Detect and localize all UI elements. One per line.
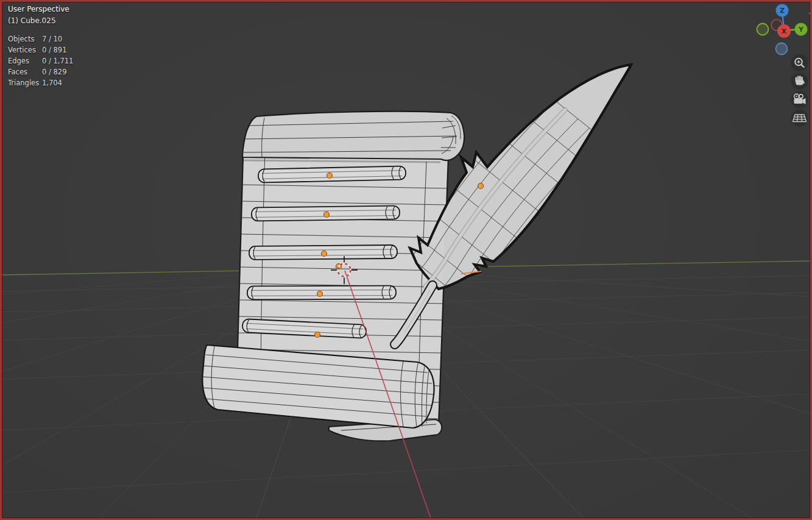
stat-value: 0 / 829 <box>42 66 66 77</box>
stat-row-edges: Edges 0 / 1,711 <box>8 55 73 66</box>
3d-viewport[interactable]: User Perspective (1) Cube.025 Objects 7 … <box>0 0 812 520</box>
stat-label: Triangles <box>8 77 42 88</box>
zoom-button[interactable] <box>791 54 808 71</box>
sidebar-toggle-arrow[interactable]: ‹ <box>808 8 812 18</box>
origin-dot <box>317 291 323 297</box>
stat-label: Faces <box>8 66 42 77</box>
gizmo-axis-z[interactable]: Z <box>776 4 789 17</box>
scroll-top-roll <box>242 112 464 162</box>
gizmo-y-label: Y <box>798 26 804 34</box>
stat-label: Objects <box>8 34 42 45</box>
gizmo-z-label: Z <box>780 7 785 15</box>
stat-label: Vertices <box>8 45 42 55</box>
statistics-overlay: Objects 7 / 10 Vertices 0 / 891 Edges 0 … <box>8 34 73 88</box>
scroll-quill-model[interactable] <box>202 65 631 441</box>
gizmo-axis-x[interactable]: X <box>777 24 791 38</box>
active-object-name: (1) Cube.025 <box>8 16 69 25</box>
perspective-toggle-button[interactable] <box>791 110 808 127</box>
origin-dot <box>324 212 330 218</box>
gizmo-axis-z-negative[interactable] <box>776 43 788 55</box>
gizmo-axis-y[interactable]: Y <box>795 23 808 36</box>
scene-canvas <box>0 0 812 520</box>
viewport-header: User Perspective (1) Cube.025 <box>8 5 69 25</box>
stat-value: 0 / 891 <box>42 45 66 55</box>
view-name: User Perspective <box>8 5 69 13</box>
stat-value: 7 / 10 <box>42 34 62 45</box>
stat-label: Edges <box>8 55 42 66</box>
stat-value: 1,704 <box>42 77 62 88</box>
gizmo-x-label: X <box>782 27 787 35</box>
stat-row-triangles: Triangles 1,704 <box>8 77 73 88</box>
origin-dot <box>322 251 327 257</box>
gizmo-axis-y-negative[interactable] <box>757 24 769 35</box>
camera-view-button[interactable] <box>791 91 808 109</box>
pan-button[interactable] <box>791 73 808 90</box>
origin-dot <box>327 173 333 179</box>
origin-dot <box>478 183 484 189</box>
stat-row-vertices: Vertices 0 / 891 <box>8 45 73 55</box>
origin-dot <box>315 332 320 338</box>
stat-row-objects: Objects 7 / 10 <box>8 34 73 45</box>
stat-value: 0 / 1,711 <box>42 55 73 66</box>
stat-row-faces: Faces 0 / 829 <box>8 66 73 77</box>
